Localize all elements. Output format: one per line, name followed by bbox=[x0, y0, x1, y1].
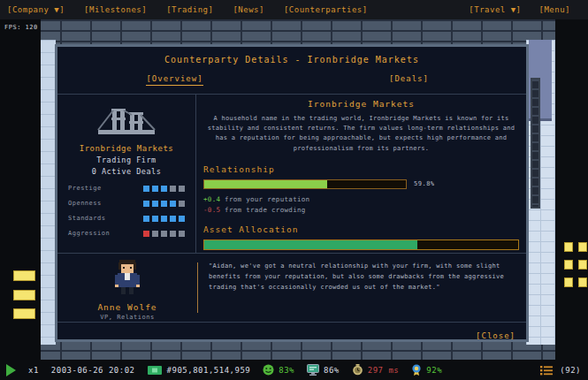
stat-squares bbox=[143, 201, 185, 207]
stat-row-aggression: Aggression bbox=[68, 230, 185, 237]
bridge-icon bbox=[57, 102, 195, 141]
building-window bbox=[13, 270, 35, 281]
game-screen: [Company ▼] [Milestones] [Trading] [News… bbox=[0, 0, 588, 380]
top-menu-bar: [Company ▼] [Milestones] [Trading] [News… bbox=[0, 0, 588, 19]
dialog-footer: [Close] bbox=[476, 325, 515, 342]
tab-overview-label: [Overview] bbox=[146, 74, 202, 86]
contact-portrait bbox=[112, 259, 142, 296]
dialog-body: Ironbridge Markets Trading Firm 0 Active… bbox=[57, 95, 526, 253]
latency-value: 297 ms bbox=[368, 366, 400, 375]
building-window bbox=[13, 290, 35, 300]
play-icon[interactable] bbox=[6, 364, 16, 376]
menu-company[interactable]: [Company ▼] bbox=[7, 5, 65, 14]
building-window bbox=[564, 242, 573, 252]
stat-square bbox=[161, 231, 167, 237]
status-bar: x1 2003-06-26 20:02 #905,801,514,959 83%… bbox=[0, 360, 588, 380]
stat-row-prestige: Prestige bbox=[68, 185, 185, 192]
stat-square bbox=[179, 231, 185, 237]
contact-name: Anne Wolfe bbox=[57, 302, 197, 312]
stat-square bbox=[161, 216, 167, 222]
stat-square bbox=[152, 186, 158, 192]
stat-square bbox=[179, 201, 185, 207]
modifier-text: from trade crowding bbox=[220, 206, 305, 214]
profile-panel: Ironbridge Markets Trading Firm 0 Active… bbox=[57, 95, 196, 253]
stat-square bbox=[143, 231, 149, 237]
counterparty-description: A household name in the trading world, I… bbox=[203, 114, 519, 154]
stat-square bbox=[143, 201, 149, 207]
stat-square bbox=[170, 231, 176, 237]
stat-squares bbox=[143, 216, 185, 222]
dialog-title: Counterparty Details - Ironbridge Market… bbox=[57, 55, 526, 65]
stat-square bbox=[152, 231, 158, 237]
stat-label: Aggression bbox=[68, 230, 110, 237]
asset-allocation-heading: Asset Allocation bbox=[203, 224, 519, 234]
modifier-reputation: +0.4 from your reputation bbox=[203, 195, 519, 203]
divider bbox=[57, 322, 526, 323]
menu-menu[interactable]: [Menu] bbox=[538, 5, 570, 14]
mood-percent: 83% bbox=[279, 366, 294, 375]
stat-square bbox=[170, 186, 176, 192]
stat-row-openness: Openness bbox=[68, 200, 185, 207]
brick-wall-top bbox=[0, 19, 588, 46]
notifications-list-icon[interactable] bbox=[540, 365, 553, 376]
stat-squares bbox=[143, 186, 185, 192]
relationship-bar-row: 59.8% bbox=[203, 179, 519, 189]
modifier-value: -0.5 bbox=[203, 206, 220, 214]
stat-row-standards: Standards bbox=[68, 215, 185, 222]
relationship-bar-fill bbox=[204, 180, 327, 188]
stat-label: Standards bbox=[68, 215, 105, 222]
overview-heading: Ironbridge Markets bbox=[203, 99, 519, 109]
money-icon bbox=[148, 366, 162, 375]
dialog-tabs: [Overview] [Deals] bbox=[57, 74, 526, 92]
stat-square bbox=[179, 216, 185, 222]
counterparty-type: Trading Firm bbox=[57, 156, 195, 164]
menu-counterparties[interactable]: [Counterparties] bbox=[284, 5, 368, 14]
menu-travel[interactable]: [Travel ▼] bbox=[469, 5, 521, 14]
stat-square bbox=[152, 216, 158, 222]
contact-section: Anne Wolfe VP, Relations "Aidan, we've g… bbox=[57, 254, 526, 322]
menu-news[interactable]: [News] bbox=[233, 5, 264, 14]
tab-overview[interactable]: [Overview] bbox=[57, 74, 292, 92]
modifier-value: +0.4 bbox=[203, 195, 220, 203]
building-window bbox=[564, 277, 573, 287]
counterparty-details-dialog: Counterparty Details - Ironbridge Market… bbox=[55, 44, 529, 342]
computer-icon bbox=[307, 364, 319, 376]
stat-square bbox=[170, 201, 176, 207]
contact-quote: "Aidan, we've got a neutral relationship… bbox=[198, 254, 526, 322]
money-balance: #905,801,514,959 bbox=[167, 366, 251, 375]
building-window bbox=[564, 260, 573, 270]
asset-allocation-bar bbox=[203, 239, 519, 250]
modifier-text: from your reputation bbox=[220, 195, 309, 203]
menu-trading[interactable]: [Trading] bbox=[166, 5, 213, 14]
background-building-far-right bbox=[555, 19, 588, 360]
building-window bbox=[578, 277, 587, 287]
stats-list: Prestige Openness Standards Aggression bbox=[57, 185, 195, 237]
system-percent: 86% bbox=[324, 366, 340, 375]
game-speed[interactable]: x1 bbox=[28, 366, 39, 375]
contact-title: VP, Relations bbox=[57, 314, 197, 321]
stat-square bbox=[179, 186, 185, 192]
mood-icon bbox=[263, 364, 274, 376]
game-datetime: 2003-06-26 20:02 bbox=[51, 366, 135, 375]
stat-label: Prestige bbox=[68, 185, 102, 192]
latency-clock-icon bbox=[352, 364, 363, 376]
menu-milestones[interactable]: [Milestones] bbox=[84, 5, 147, 14]
building-window bbox=[578, 242, 587, 252]
asset-allocation-bar-fill bbox=[204, 240, 417, 249]
rating-badge-icon bbox=[411, 364, 422, 376]
building-window bbox=[578, 260, 587, 270]
background-building-strip bbox=[41, 40, 56, 345]
active-deals-count: 0 Active Deals bbox=[57, 167, 195, 176]
stat-square bbox=[161, 186, 167, 192]
stat-square bbox=[152, 201, 158, 207]
brick-wall-bottom bbox=[0, 339, 588, 360]
stat-square bbox=[170, 216, 176, 222]
fire-escape-ladder bbox=[531, 78, 540, 209]
stat-square bbox=[143, 216, 149, 222]
relationship-bar bbox=[203, 179, 407, 189]
tab-deals[interactable]: [Deals] bbox=[292, 74, 526, 92]
contact-card: Anne Wolfe VP, Relations bbox=[57, 254, 197, 322]
rating-percent: 92% bbox=[426, 366, 442, 375]
relationship-heading: Relationship bbox=[203, 164, 519, 174]
close-button[interactable]: [Close] bbox=[476, 331, 515, 340]
